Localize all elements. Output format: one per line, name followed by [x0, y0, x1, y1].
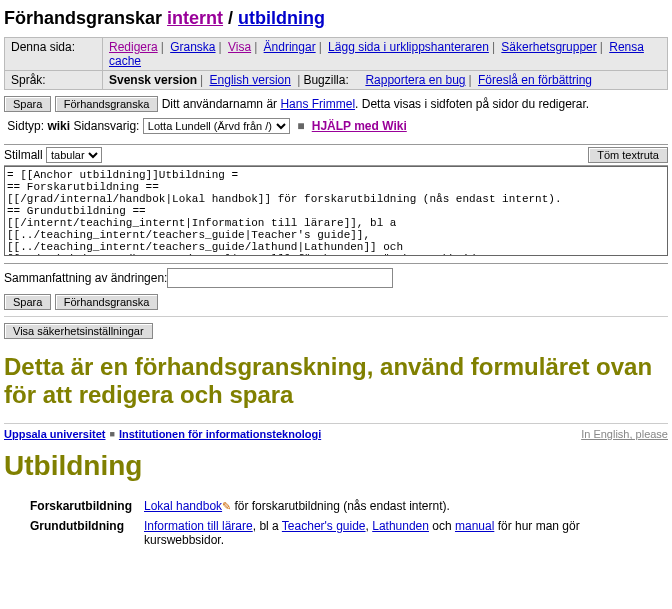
meta-label-lang: Språk: — [5, 71, 103, 90]
link-info-larare[interactable]: Information till lärare — [144, 519, 253, 533]
content-title: Utbildning — [4, 450, 668, 482]
page-meta-table: Denna sida: Redigera| Granska| Visa| Änd… — [4, 37, 668, 90]
action-show[interactable]: Visa — [228, 40, 251, 54]
lang-sv: Svensk version — [109, 73, 197, 87]
term-forskarutbildning: Forskarutbildning — [24, 496, 138, 516]
clear-textarea-button[interactable]: Töm textruta — [588, 147, 668, 163]
content-definition-list: Forskarutbildning Lokal handbok✎ för for… — [24, 496, 668, 550]
save-button-2[interactable]: Spara — [4, 294, 51, 310]
responsible-label: Sidansvarig: — [73, 119, 139, 133]
desc-tail-1: för forskarutbildning (nås endast intern… — [231, 499, 450, 513]
username-prefix: Ditt användarnamn är — [162, 97, 281, 111]
meta-page-actions: Redigera| Granska| Visa| Ändringar| Lägg… — [103, 38, 668, 71]
term-grundutbildning: Grundutbildning — [24, 516, 138, 550]
stylesheet-select[interactable]: tabular — [46, 147, 102, 163]
pagetype-row: Sidtyp: wiki Sidansvarig: Lotta Lundell … — [4, 118, 668, 134]
preview-button[interactable]: Förhandsgranska — [55, 96, 159, 112]
pagetype-label: Sidtyp: — [7, 119, 44, 133]
action-security[interactable]: Säkerhetsgrupper — [501, 40, 596, 54]
summary-label: Sammanfattning av ändringen: — [4, 271, 167, 285]
crumb-department[interactable]: Institutionen för informationsteknologi — [119, 428, 321, 440]
meta-lang-row: Svensk version| English version |Bugzill… — [103, 71, 668, 90]
breadcrumb-prefix: Förhandsgranskar — [4, 8, 162, 28]
username-suffix: . Detta visas i sidfoten på sidor du red… — [355, 97, 589, 111]
english-link[interactable]: In English, please — [581, 428, 668, 440]
bug-report-link[interactable]: Rapportera en bug — [365, 73, 465, 87]
responsible-select[interactable]: Lotta Lundell (Ärvd från /) — [143, 118, 290, 134]
save-row-2: Spara Förhandsgranska — [4, 294, 668, 310]
link-lathunden[interactable]: Lathunden — [372, 519, 429, 533]
action-review[interactable]: Granska — [170, 40, 215, 54]
square-icon: ■ — [297, 119, 304, 133]
desc-grundutbildning: Information till lärare, bl a Teacher's … — [138, 516, 668, 550]
username-row: Spara Förhandsgranska Ditt användarnamn … — [4, 96, 668, 112]
stylesheet-label: Stilmall — [4, 148, 43, 162]
crumb-university[interactable]: Uppsala universitet — [4, 428, 105, 440]
wiki-source-textarea[interactable] — [4, 166, 668, 256]
breadcrumb-link-internt[interactable]: internt — [167, 8, 223, 28]
preview-button-2[interactable]: Förhandsgranska — [55, 294, 159, 310]
page-breadcrumb: Förhandsgranskar internt / utbildning — [4, 8, 668, 29]
save-button[interactable]: Spara — [4, 96, 51, 112]
pencil-icon: ✎ — [222, 500, 231, 512]
square-icon: ■ — [109, 429, 114, 439]
bugzilla-label: Bugzilla: — [303, 73, 348, 87]
table-row: Forskarutbildning Lokal handbok✎ för for… — [24, 496, 668, 516]
summary-input[interactable] — [167, 268, 393, 288]
breadcrumb-sep: / — [228, 8, 233, 28]
action-edit[interactable]: Redigera — [109, 40, 158, 54]
meta-label-page: Denna sida: — [5, 38, 103, 71]
bug-suggest-link[interactable]: Föreslå en förbättring — [478, 73, 592, 87]
lang-en[interactable]: English version — [210, 73, 291, 87]
link-teachers-guide[interactable]: Teacher's guide — [282, 519, 366, 533]
pagetype-value: wiki — [47, 119, 70, 133]
action-changes[interactable]: Ändringar — [264, 40, 316, 54]
table-row: Grundutbildning Information till lärare,… — [24, 516, 668, 550]
link-lokal-handbok[interactable]: Lokal handbok — [144, 499, 222, 513]
username-link[interactable]: Hans Frimmel — [280, 97, 355, 111]
site-breadcrumb: Uppsala universitet ■ Institutionen för … — [4, 428, 668, 440]
security-row: Visa säkerhetsinställningar — [4, 323, 668, 339]
wiki-help-link[interactable]: HJÄLP med Wiki — [312, 119, 407, 133]
breadcrumb-link-utbildning[interactable]: utbildning — [238, 8, 325, 28]
link-manual[interactable]: manual — [455, 519, 494, 533]
show-security-button[interactable]: Visa säkerhetsinställningar — [4, 323, 153, 339]
desc-forskarutbildning: Lokal handbok✎ för forskarutbildning (nå… — [138, 496, 668, 516]
action-clipboard[interactable]: Lägg sida i urklippshanteraren — [328, 40, 489, 54]
summary-row: Sammanfattning av ändringen: — [4, 263, 668, 288]
preview-warning-heading: Detta är en förhandsgranskning, använd f… — [4, 353, 668, 409]
stylesheet-row: Stilmall tabular Töm textruta — [4, 144, 668, 166]
